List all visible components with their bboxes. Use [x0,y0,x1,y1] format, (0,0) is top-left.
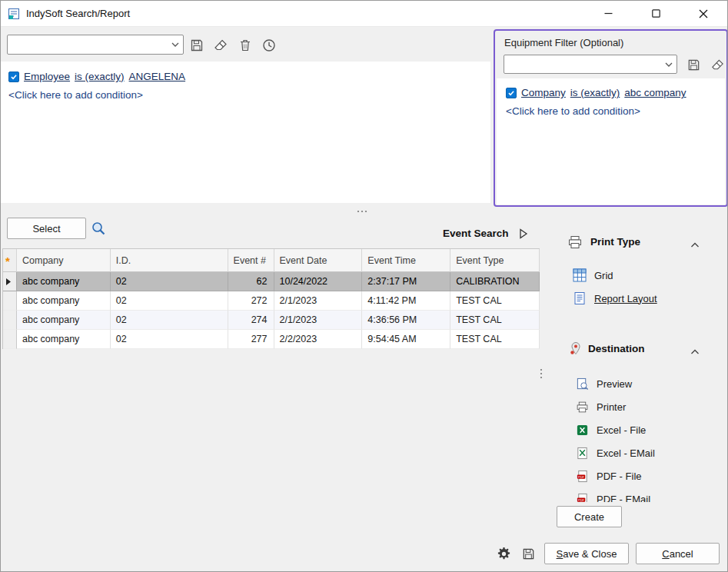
printer-icon [567,234,583,252]
condition-value-link[interactable]: ANGELENA [129,71,186,82]
column-header-event-time[interactable]: Event Time [362,249,450,272]
column-header-company[interactable]: Company [17,249,111,272]
destination-options-list: Preview Printer Excel - File Excel - EMa… [557,373,720,502]
create-button-label: Create [574,511,604,523]
history-button[interactable] [260,36,278,55]
search-filter-panel: Employee is (exactly) ANGELENA <Click he… [1,62,490,203]
cell-event-date: 2/2/2023 [274,330,363,349]
table-row[interactable]: abc company 02 272 2/1/2023 4:11:42 PM T… [3,291,540,311]
print-type-option-label: Report Layout [594,293,657,304]
grid-header-row: * Company I.D. Event # Event Date Event … [3,249,540,272]
destination-option-label: PDF - EMail [597,494,650,503]
equipment-condition: Company is (exactly) abc company [506,87,716,98]
cell-company: abc company [17,291,111,311]
condition-field-link[interactable]: Company [521,87,566,98]
horizontal-splitter-handle[interactable] [348,204,376,215]
column-header-event-date[interactable]: Event Date [274,249,363,272]
cancel-button[interactable]: Cancel [636,543,720,564]
condition-checkbox[interactable] [8,72,19,82]
chevron-up-icon[interactable] [690,346,700,358]
save-equipment-filter-button[interactable] [684,55,703,74]
column-header-event-type[interactable]: Event Type [450,249,540,272]
condition-field-link[interactable]: Employee [24,71,70,82]
table-row[interactable]: abc company 02 277 2/2/2023 9:54:45 AM T… [3,330,540,349]
chevron-up-icon[interactable] [690,239,700,251]
clear-search-button[interactable] [211,36,230,55]
new-row-marker-cell: * [3,249,17,272]
saved-search-combobox[interactable] [7,35,184,55]
print-type-option-report-layout[interactable]: Report Layout [553,290,657,307]
cell-event-time: 9:54:45 AM [362,330,450,349]
equipment-condition-area: Company is (exactly) abc company <Click … [497,78,725,205]
select-button[interactable]: Select [7,218,86,239]
chevron-down-icon [661,62,676,67]
event-search-expander-icon[interactable] [519,228,528,241]
cell-event-number: 274 [228,311,274,330]
report-layout-icon [573,291,587,305]
cell-event-type: TEST CAL [450,291,540,311]
condition-operator-link[interactable]: is (exactly) [75,71,125,82]
table-row[interactable]: abc company 02 274 2/1/2023 4:36:56 PM T… [3,311,540,330]
row-indicator [3,291,17,311]
title-bar: IndySoft Search/Report [1,1,727,27]
maximize-button[interactable] [632,1,680,26]
delete-search-button[interactable] [236,36,254,55]
save-search-button[interactable] [188,36,206,55]
add-condition-link[interactable]: <Click here to add condition> [8,89,483,101]
new-row-marker-icon: * [5,254,10,268]
print-type-option-grid[interactable]: Grid [553,267,613,284]
condition-operator-link[interactable]: is (exactly) [570,87,620,98]
destination-option-preview[interactable]: Preview [557,375,632,392]
cell-company: abc company [17,311,111,330]
cell-company: abc company [17,330,111,349]
destination-option-label: Excel - File [597,424,646,436]
destination-option-printer[interactable]: Printer [557,398,626,415]
save-settings-icon[interactable] [519,544,537,563]
equipment-filter-panel: Equipment Filter (Optional) Company is (… [494,29,728,207]
condition-checkbox[interactable] [506,88,517,98]
window-title: IndySoft Search/Report [26,1,130,26]
settings-gear-icon[interactable] [494,544,513,563]
event-search-title: Event Search [443,228,509,239]
destination-option-pdf-file[interactable]: PDF PDF - File [557,467,642,484]
equipment-filter-combobox[interactable] [504,55,677,74]
destination-option-label: Excel - EMail [597,447,655,459]
close-button[interactable] [680,1,727,26]
cell-event-time: 2:37:17 PM [362,272,450,291]
app-icon [8,8,20,20]
cell-event-date: 2/1/2023 [274,311,363,330]
save-and-close-button[interactable]: Save & Close [544,543,629,564]
column-header-event-number[interactable]: Event # [228,249,274,272]
table-row[interactable]: abc company 02 62 10/24/2022 2:37:17 PM … [3,272,540,291]
equipment-filter-title: Equipment Filter (Optional) [504,37,623,48]
column-header-id[interactable]: I.D. [111,249,228,272]
preview-icon [576,377,589,391]
cell-event-type: TEST CAL [450,330,540,349]
minimize-button[interactable] [584,1,632,26]
chevron-down-icon [168,42,183,47]
cell-event-number: 277 [228,330,274,349]
cell-event-number: 62 [228,272,274,291]
cell-id: 02 [111,272,228,291]
cell-id: 02 [111,311,228,330]
cell-event-type: CALIBRATION [450,272,540,291]
pdf-email-icon: PDF [576,493,589,503]
select-button-label: Select [32,223,60,234]
create-button[interactable]: Create [557,506,622,527]
destination-option-excel-file[interactable]: Excel - File [557,421,646,438]
search-condition: Employee is (exactly) ANGELENA [8,71,483,82]
condition-value-link[interactable]: abc company [624,87,686,98]
destination-pin-icon [569,341,583,358]
destination-option-excel-email[interactable]: Excel - EMail [557,444,655,461]
printer-icon [576,401,589,414]
vertical-splitter-handle[interactable] [540,367,543,382]
excel-file-icon [576,424,589,437]
grid-icon [573,268,587,282]
destination-option-pdf-email[interactable]: PDF PDF - EMail [557,491,650,502]
search-icon-button[interactable] [89,219,108,238]
pdf-file-icon: PDF [576,470,589,483]
search-report-window: IndySoft Search/Report Employ [0,0,728,572]
cell-id: 02 [111,330,228,349]
clear-equipment-filter-button[interactable] [708,55,726,74]
add-condition-link[interactable]: <Click here to add condition> [506,105,716,117]
